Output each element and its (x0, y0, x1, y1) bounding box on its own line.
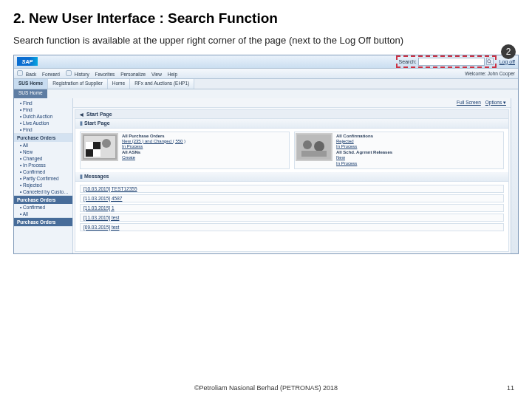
sap-app-window: SAP Search: Log off Back Forw (13, 55, 519, 254)
menu-favorites[interactable]: Favorites (95, 72, 115, 77)
card-title: All Schd. Agrmnt Releases (336, 150, 392, 154)
sidebar-header-po[interactable]: Purchase Orders (14, 134, 72, 142)
card-image-icon (81, 133, 118, 161)
nav-back-icon[interactable] (17, 70, 23, 76)
sidebar-header-po3[interactable]: Purchase Orders (14, 218, 72, 226)
menu-help[interactable]: Help (168, 72, 177, 77)
message-item[interactable]: [10.03.2015] TEST12355 (80, 185, 504, 193)
card-title: All Purchase Orders (122, 134, 185, 138)
search-icon[interactable] (486, 58, 494, 65)
search-label: Search: (399, 59, 417, 64)
message-item[interactable]: [11.03.2015] 1 (80, 204, 504, 212)
sidebar-item[interactable]: Partly Confirmed (14, 175, 72, 182)
svg-rect-5 (93, 149, 100, 157)
card-link[interactable]: Rejected (336, 139, 392, 145)
menu-bar: Back Forward History Favorites Personali… (14, 69, 518, 79)
sidebar-item[interactable]: Rejected (14, 182, 72, 188)
menu-personalize[interactable]: Personalize (120, 72, 146, 77)
callout-badge: 2 (501, 44, 516, 59)
slide-footer: ©Petroliam Nasional Berhad (PETRONAS) 20… (0, 384, 532, 392)
svg-rect-4 (86, 149, 93, 157)
card-image-icon (296, 133, 332, 161)
sidebar-item[interactable]: All (14, 142, 72, 149)
svg-point-8 (102, 139, 111, 148)
search-highlight-box: Search: (396, 55, 497, 68)
sidebar-item[interactable]: Find (14, 106, 72, 113)
menu-view[interactable]: View (151, 72, 162, 77)
sidebar-item[interactable]: New (14, 149, 72, 155)
sidebar-item[interactable]: Confirmed (14, 168, 72, 175)
search-input[interactable] (418, 58, 485, 66)
card-title: All Confirmations (336, 134, 392, 138)
sidebar-item[interactable]: Changed (14, 155, 72, 162)
app-body: Find Find Dutch Auction Live Auction Fin… (14, 98, 518, 253)
svg-point-11 (314, 141, 324, 151)
sidebar-item[interactable]: Live Auction (14, 120, 72, 126)
start-page-panel: Start Page (75, 119, 508, 129)
sidebar-item[interactable]: Find (14, 126, 72, 133)
svg-rect-6 (86, 142, 93, 149)
card-link[interactable]: In Process (122, 144, 185, 150)
logoff-link[interactable]: Log off (499, 59, 515, 64)
sidebar-item[interactable]: All (14, 211, 72, 217)
card-link[interactable]: Create (122, 155, 185, 161)
sidebar-item[interactable]: Dutch Auction (14, 113, 72, 120)
subtab-sus-home[interactable]: SUS Home (14, 89, 47, 98)
options-link[interactable]: Options ▾ (485, 100, 506, 106)
copyright-text: ©Petroliam Nasional Berhad (PETRONAS) 20… (194, 384, 338, 392)
card-conf: All Confirmations Rejected In Process Al… (294, 132, 504, 169)
message-item[interactable]: [11.03.2015] 4587 (80, 194, 504, 202)
fullscreen-link[interactable]: Full Screen (457, 100, 481, 106)
sap-logo: SAP (17, 57, 38, 66)
message-item[interactable]: [11.03.2015] test (80, 214, 504, 222)
tab-home[interactable]: Home (108, 79, 130, 89)
sidebar-item[interactable]: Confirmed (14, 204, 72, 211)
messages-header: Messages (75, 172, 508, 182)
svg-rect-7 (93, 142, 100, 149)
svg-rect-12 (301, 151, 327, 157)
card-po: All Purchase Orders New (235 ) and Chang… (80, 132, 290, 169)
content-area: Full Screen Options ▾ Start Page Start P… (73, 98, 511, 253)
card-link[interactable]: In Process (336, 161, 392, 167)
app-header: SAP Search: Log off (14, 55, 518, 69)
sidebar-item[interactable]: Find (14, 100, 72, 106)
card-title: All ASNs (122, 150, 185, 154)
sidebar-item[interactable]: In Process (14, 162, 72, 168)
vertical-scrollbar[interactable] (511, 98, 518, 253)
menu-back[interactable]: Back (26, 72, 36, 77)
tab-sus-home[interactable]: SUS Home (14, 79, 48, 89)
tab-rfx[interactable]: RFx and Auctions (EHP1) (130, 79, 194, 89)
slide-title: 2. New User Interface : Search Function (13, 10, 519, 27)
page-number: 11 (507, 384, 514, 392)
start-page-header: Start Page (75, 110, 508, 119)
svg-line-1 (490, 62, 491, 64)
card-link[interactable]: New (235 ) and Changed ( 550 ) (122, 139, 185, 145)
nav-fwd-icon[interactable] (66, 70, 72, 76)
sidebar: Find Find Dutch Auction Live Auction Fin… (14, 98, 73, 253)
main-tabs: SUS Home Registration of Supplier Home R… (14, 79, 518, 89)
card-link[interactable]: In Process (336, 144, 392, 150)
message-item[interactable]: [09.03.2015] test (80, 223, 504, 231)
menu-forward[interactable]: Forward (42, 72, 60, 77)
sidebar-header-po2[interactable]: Purchase Orders (14, 196, 72, 204)
tab-registration[interactable]: Registration of Supplier (48, 79, 108, 89)
card-link[interactable]: New (336, 155, 392, 161)
slide-subtitle: Search function is available at the uppe… (13, 34, 519, 47)
sidebar-item[interactable]: Canceled by Customer (14, 188, 72, 195)
svg-point-10 (303, 140, 312, 149)
menu-history[interactable]: History (75, 72, 89, 77)
welcome-text: Welcome: John Cooper (465, 71, 515, 76)
